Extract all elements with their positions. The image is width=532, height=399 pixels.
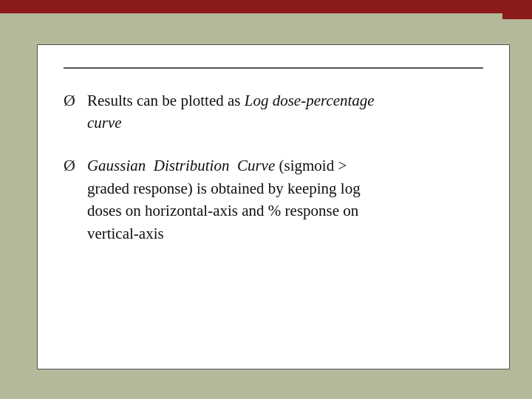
bullet-text-1: Results can be plotted as Log dose-perce… (87, 89, 375, 134)
bullet-text-2: Gaussian Distribution Curve (sigmoid > g… (87, 154, 361, 245)
bullet-item-2: Ø Gaussian Distribution Curve (sigmoid >… (64, 154, 483, 245)
corner-decoration (502, 0, 532, 19)
top-divider (64, 67, 483, 69)
on-text: on (126, 202, 141, 219)
main-content-box: Ø Results can be plotted as Log dose-per… (37, 44, 510, 369)
top-bar (0, 0, 532, 13)
bullet-item-1: Ø Results can be plotted as Log dose-per… (64, 89, 483, 134)
bullet-symbol-1: Ø (64, 91, 75, 110)
bullet-symbol-2: Ø (64, 156, 75, 175)
